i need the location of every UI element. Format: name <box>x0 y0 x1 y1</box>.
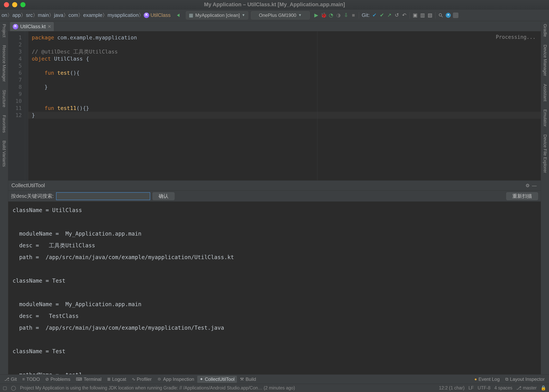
code-area[interactable]: package com.example.myapplication // @ut… <box>28 31 541 180</box>
sync-icon[interactable] <box>445 12 451 19</box>
confirm-button[interactable]: 确认 <box>153 192 175 200</box>
breadcrumb-myapplication[interactable]: myapplication <box>107 12 139 18</box>
bottom-tool-build[interactable]: ⚒Build <box>238 376 258 383</box>
left-panel-build-variants[interactable]: Build Variants <box>1 139 7 168</box>
search-input[interactable] <box>56 192 150 200</box>
caret-position[interactable]: 12:2 (1 char) <box>439 385 465 391</box>
chevron-right-icon: 〉 <box>49 12 54 19</box>
line-numbers: 123456789101112 <box>8 31 25 180</box>
breadcrumb-app[interactable]: app <box>12 12 21 18</box>
coverage-icon[interactable]: ◔ <box>328 12 335 19</box>
tool-label: Git <box>11 377 17 382</box>
left-panel-favorites[interactable]: Favorites <box>1 114 7 134</box>
tab-utilclass[interactable]: UtilClass.kt ✕ <box>10 22 54 31</box>
close-tab-icon[interactable]: ✕ <box>48 24 51 29</box>
breadcrumb-main[interactable]: main <box>38 12 49 18</box>
left-panel-project[interactable]: Project <box>1 23 7 38</box>
stop-icon[interactable]: ■ <box>350 12 357 19</box>
tool-icon: ⊘ <box>45 377 49 382</box>
run-icon[interactable]: ▶ <box>313 12 320 19</box>
rescan-button[interactable]: 重新扫描 <box>506 192 538 200</box>
run-config-combo[interactable]: ▦ MyApplication [clean] ▼ <box>186 11 248 19</box>
back-build-icon[interactable] <box>175 12 182 19</box>
bottom-tool-logcat[interactable]: ≣Logcat <box>105 376 129 383</box>
bottom-tool-strip: ⎇Git≡TODO⊘Problems⌨Terminal≣Logcat∿Profi… <box>0 374 549 384</box>
tool-windows-icon[interactable]: ▢ <box>3 385 7 391</box>
status-message[interactable]: Project My Application is using the foll… <box>20 385 295 391</box>
tool-results[interactable]: className = UtilClass moduleName = My_Ap… <box>8 202 541 374</box>
bottom-tool-layout-inspector[interactable]: ⧉Layout Inspector <box>503 376 547 383</box>
tool-label: Build <box>246 377 256 382</box>
vcs-update-icon[interactable]: ✔ <box>371 12 378 19</box>
tool-icon: ≡ <box>22 377 25 382</box>
attach-debugger-icon[interactable]: ⇩ <box>343 12 349 19</box>
bottom-tool-collectutiltool[interactable]: ✦CollectUtilTool <box>197 376 237 383</box>
hide-tool-icon[interactable]: — <box>531 182 538 189</box>
left-panel-structure[interactable]: Structure <box>1 89 7 108</box>
profiler-icon[interactable]: ◑ <box>335 12 342 19</box>
bottom-tool-terminal[interactable]: ⌨Terminal <box>74 376 104 383</box>
right-panel-assistant[interactable]: Assistant <box>542 83 548 103</box>
resource-manager-icon[interactable]: ▧ <box>427 12 433 19</box>
indent-info[interactable]: 4 spaces <box>494 385 512 391</box>
avd-manager-icon[interactable]: ▣ <box>412 12 418 19</box>
right-margin-rule <box>317 31 317 180</box>
tool-label: CollectUtilTool <box>205 377 234 382</box>
close-window-icon[interactable] <box>4 2 9 7</box>
breadcrumb-com[interactable]: com <box>68 12 78 18</box>
search-everywhere-icon[interactable] <box>437 12 444 19</box>
bottom-tool-problems[interactable]: ⊘Problems <box>43 376 72 383</box>
zoom-window-icon[interactable] <box>20 2 26 7</box>
fold-column[interactable] <box>25 31 28 180</box>
tool-label: App Inspection <box>163 377 194 382</box>
tool-icon: ⌨ <box>76 377 82 382</box>
chevron-down-icon: ▼ <box>242 13 245 17</box>
gradle-icon: ▦ <box>189 13 193 18</box>
right-panel-gradle[interactable]: Gradle <box>542 23 548 38</box>
tool-label: TODO <box>27 377 40 382</box>
tool-search-row: 按desc关键词搜索: 确认 重新扫描 <box>8 191 541 202</box>
tool-window-collectutiltool: CollectUtilTool ⚙ — 按desc关键词搜索: 确认 重新扫描 … <box>8 180 541 374</box>
gear-icon[interactable]: ⚙ <box>524 182 531 189</box>
vcs-push-icon[interactable]: ↗ <box>386 12 393 19</box>
breadcrumb-example[interactable]: example <box>83 12 102 18</box>
minimize-window-icon[interactable] <box>12 2 17 7</box>
right-panel-emulator[interactable]: Emulator <box>542 108 548 128</box>
tool-label: Layout Inspector <box>510 377 545 382</box>
breadcrumb-src[interactable]: src <box>26 12 33 18</box>
code-editor[interactable]: 123456789101112 package com.example.myap… <box>8 31 541 180</box>
bottom-tool-app-inspection[interactable]: ⛭App Inspection <box>155 376 197 383</box>
device-combo[interactable]: OnePlus GM1900 ▼ <box>251 11 310 19</box>
tool-icon: ⎇ <box>4 377 9 382</box>
file-encoding[interactable]: UTF-8 <box>478 385 490 391</box>
chevron-right-icon: 〉 <box>21 12 26 19</box>
lock-icon[interactable]: 🔒 <box>541 385 546 391</box>
chevron-right-icon: 〉 <box>63 12 68 19</box>
status-circle-icon[interactable]: ◯ <box>11 385 16 391</box>
breadcrumb-on[interactable]: on <box>1 12 7 18</box>
left-panel-resource-manager[interactable]: Resource Manager <box>1 44 7 83</box>
vcs-commit-icon[interactable]: ✔ <box>379 12 385 19</box>
git-branch[interactable]: ⎇ master <box>516 385 537 391</box>
breadcrumb-java[interactable]: java <box>54 12 63 18</box>
debug-icon[interactable]: 🐞 <box>320 12 327 19</box>
breadcrumb-UtilClass[interactable]: UtilClass <box>144 12 171 18</box>
tool-icon: ∿ <box>132 377 135 382</box>
toolbar: on〉app〉src〉main〉java〉com〉example〉myappli… <box>0 9 549 21</box>
sdk-manager-icon[interactable]: ▥ <box>419 12 426 19</box>
device-label: OnePlus GM1900 <box>259 13 296 18</box>
processing-label: Processing... <box>496 34 536 40</box>
bottom-tool-git[interactable]: ⎇Git <box>2 376 19 383</box>
line-separator[interactable]: LF <box>468 385 474 391</box>
right-panel-device-manager[interactable]: Device Manager <box>542 43 548 77</box>
bottom-tool-todo[interactable]: ≡TODO <box>20 376 42 383</box>
bottom-tool-profiler[interactable]: ∿Profiler <box>129 376 154 383</box>
vcs-rollback-icon[interactable]: ↶ <box>401 12 408 19</box>
titlebar: My Application – UtilClass.kt [My_Applic… <box>0 0 549 9</box>
right-panel-device-file-explorer[interactable]: Device File Explorer <box>542 133 548 174</box>
account-icon[interactable] <box>452 12 459 19</box>
git-label: Git: <box>361 12 370 18</box>
vcs-history-icon[interactable]: ↺ <box>394 12 400 19</box>
bottom-tool-event-log[interactable]: ●Event Log <box>472 376 502 383</box>
tool-label: Event Log <box>479 377 500 382</box>
